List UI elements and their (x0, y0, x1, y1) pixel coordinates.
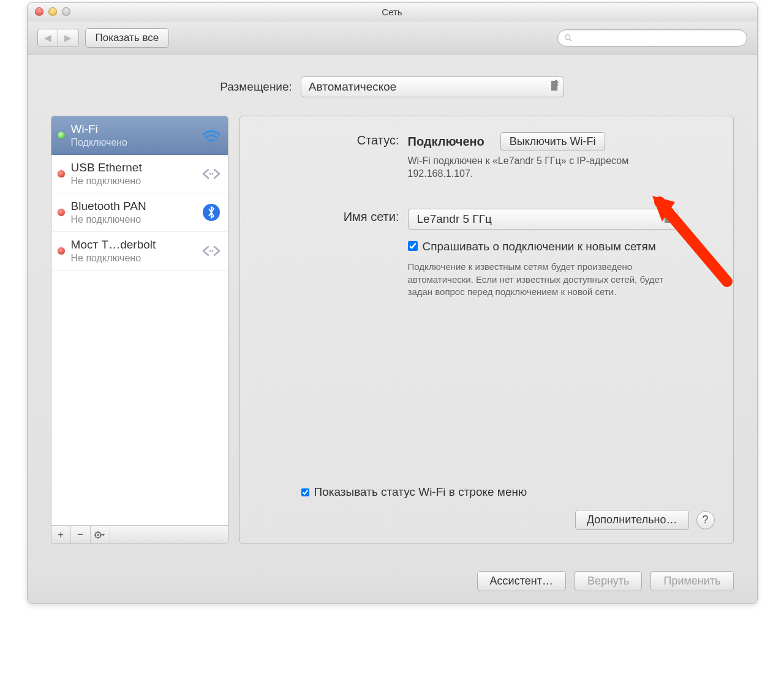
location-select[interactable]: Автоматическое (301, 77, 564, 97)
svg-line-13 (96, 532, 96, 532)
turn-wifi-off-button[interactable]: Выключить Wi-Fi (500, 132, 605, 151)
location-row: Размещение: Автоматическое (51, 77, 734, 97)
service-item-thunderbolt-bridge[interactable]: Мост T…derbolt Не подключено (51, 232, 228, 271)
svg-point-6 (211, 250, 213, 252)
close-icon[interactable] (35, 7, 43, 16)
status-row: Статус: Подключено Выключить Wi-Fi Wi-Fi… (258, 132, 715, 181)
location-value: Автоматическое (309, 80, 397, 93)
network-name-value: Le7andr 5 ГГц (417, 212, 492, 225)
apply-button[interactable]: Применить (650, 571, 733, 591)
status-value: Подключено (408, 135, 484, 149)
show-wifi-menubar-checkbox[interactable] (301, 488, 309, 496)
service-status: Не подключено (71, 214, 195, 225)
network-name-select[interactable]: Le7andr 5 ГГц (408, 209, 677, 230)
svg-point-0 (565, 34, 570, 39)
network-preferences-window: Сеть ◀ ▶ Показать все Размещение: Автома… (27, 2, 758, 604)
search-icon (564, 34, 573, 42)
remove-service-button[interactable]: − (71, 526, 91, 544)
svg-line-14 (100, 537, 100, 537)
body: Размещение: Автоматическое Wi-Fi Подключ… (28, 54, 757, 561)
wifi-icon (201, 127, 222, 143)
revert-button[interactable]: Вернуть (575, 571, 643, 591)
columns: Wi-Fi Подключено USB Ethernet Не подключ… (51, 116, 734, 544)
status-label: Статус: (258, 132, 399, 148)
search-field[interactable] (557, 29, 747, 47)
assistant-button[interactable]: Ассистент… (477, 571, 566, 591)
network-label: Имя сети: (258, 209, 399, 224)
ask-to-join-checkbox[interactable] (408, 241, 418, 251)
svg-point-5 (209, 250, 211, 252)
svg-line-1 (569, 39, 571, 40)
service-item-bluetooth-pan[interactable]: Bluetooth PAN Не подключено (51, 193, 228, 232)
toolbar: ◀ ▶ Показать все (28, 21, 757, 54)
window-controls (35, 7, 70, 16)
advanced-button[interactable]: Дополнительно… (575, 510, 689, 530)
svg-point-2 (209, 173, 211, 175)
zoom-icon[interactable] (62, 7, 70, 16)
show-all-button[interactable]: Показать все (85, 28, 170, 48)
sidebar-footer: + − (51, 525, 228, 544)
svg-line-16 (100, 532, 100, 532)
status-description: Wi-Fi подключен к «Le7andr 5 ГГц» с IP-а… (408, 155, 653, 181)
svg-point-8 (97, 534, 99, 536)
footer-buttons: Ассистент… Вернуть Применить (28, 561, 757, 603)
service-status: Не подключено (71, 175, 195, 187)
show-in-menubar-row: Показывать статус Wi-Fi в строке меню (258, 485, 715, 499)
service-item-wifi[interactable]: Wi-Fi Подключено (51, 116, 228, 155)
service-name: Wi-Fi (71, 122, 195, 136)
nav-segment: ◀ ▶ (37, 29, 79, 47)
add-service-button[interactable]: + (51, 526, 71, 544)
chevron-updown-icon (667, 212, 672, 220)
service-status: Не подключено (71, 252, 195, 264)
bluetooth-icon (201, 203, 222, 222)
service-name: USB Ethernet (71, 161, 195, 175)
status-dot-icon (58, 209, 65, 216)
detail-bottom-row: Дополнительно… ? (258, 510, 715, 530)
ask-to-join-help: Подключение к известным сетям будет прои… (408, 261, 671, 298)
detail-panel: Статус: Подключено Выключить Wi-Fi Wi-Fi… (239, 116, 734, 544)
svg-point-3 (211, 173, 213, 175)
service-name: Мост T…derbolt (71, 238, 195, 252)
location-label: Размещение: (220, 80, 292, 94)
services-sidebar: Wi-Fi Подключено USB Ethernet Не подключ… (51, 116, 228, 544)
titlebar: Сеть (28, 3, 757, 21)
forward-button[interactable]: ▶ (58, 29, 79, 47)
status-dot-icon (58, 247, 65, 255)
ethernet-icon (201, 244, 222, 258)
window-title: Сеть (382, 7, 402, 17)
service-actions-button[interactable] (91, 526, 110, 544)
service-name: Bluetooth PAN (71, 200, 195, 214)
minimize-icon[interactable] (48, 7, 57, 16)
show-wifi-menubar-label: Показывать статус Wi-Fi в строке меню (314, 485, 527, 499)
back-button[interactable]: ◀ (37, 29, 58, 47)
help-button[interactable]: ? (696, 511, 715, 529)
chevron-updown-icon (554, 80, 559, 88)
search-input[interactable] (576, 33, 741, 43)
services-list: Wi-Fi Подключено USB Ethernet Не подключ… (51, 116, 228, 525)
status-dot-icon (58, 170, 65, 177)
svg-line-15 (96, 537, 96, 537)
ask-to-join-label: Спрашивать о подключении к новым сетям (423, 239, 656, 254)
service-item-usb-ethernet[interactable]: USB Ethernet Не подключено (51, 155, 228, 193)
ethernet-icon (201, 167, 222, 181)
service-status: Подключено (71, 136, 195, 148)
gear-icon (94, 531, 106, 539)
status-dot-icon (58, 132, 65, 139)
ask-to-join-row: Спрашивать о подключении к новым сетям П… (258, 239, 715, 299)
network-name-row: Имя сети: Le7andr 5 ГГц (258, 209, 715, 230)
